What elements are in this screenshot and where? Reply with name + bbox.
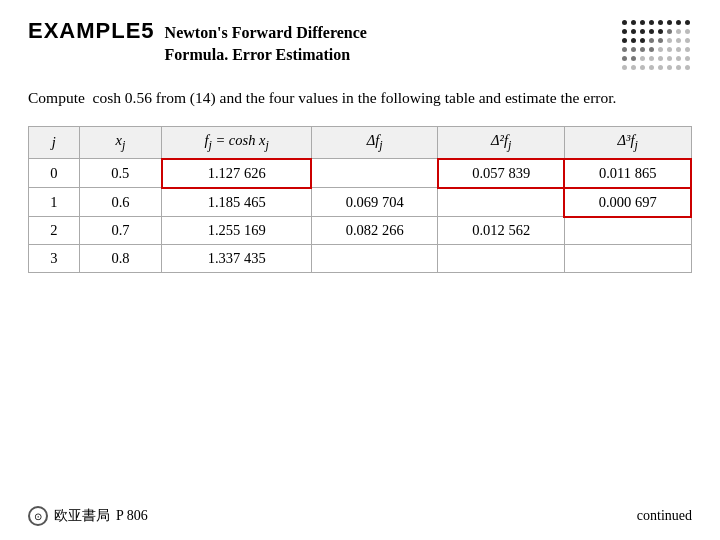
cell-xj-0: 0.5 [79, 159, 162, 188]
publisher-icon: ⊙ [28, 506, 48, 526]
cell-j-0: 0 [29, 159, 80, 188]
col-header-fj: fj = cosh xj [162, 127, 312, 159]
cell-j-3: 3 [29, 245, 80, 273]
cell-xj-3: 0.8 [79, 245, 162, 273]
table-container: j xj fj = cosh xj Δfj Δ²fj Δ³fj 0 0.5 1.… [28, 126, 692, 273]
cell-xj-1: 0.6 [79, 188, 162, 217]
example-title: EXAMPLE5 [28, 18, 155, 44]
publisher-name: 欧亚書局 [54, 507, 110, 525]
col-header-d3fj: Δ³fj [564, 127, 691, 159]
table-row: 0 0.5 1.127 626 0.057 839 0.011 865 [29, 159, 692, 188]
cell-d2fj-1 [438, 188, 565, 217]
cell-dfj-1: 0.069 704 [311, 188, 438, 217]
subtitle-line2: Formula. Error Estimation [165, 44, 367, 66]
col-header-j: j [29, 127, 80, 159]
subtitle-line1: Newton's Forward Difference [165, 22, 367, 44]
continued-label: continued [637, 508, 692, 524]
page-label: P 806 [116, 508, 148, 524]
header: EXAMPLE5 Newton's Forward Difference For… [28, 18, 692, 72]
body-text: Compute cosh 0.56 from (14) and the four… [28, 86, 692, 110]
cell-fj-3: 1.337 435 [162, 245, 312, 273]
cell-d2fj-3 [438, 245, 565, 273]
cell-d3fj-3 [564, 245, 691, 273]
cell-fj-2: 1.255 169 [162, 217, 312, 245]
footer-left: ⊙ 欧亚書局 P 806 [28, 506, 148, 526]
cell-j-1: 1 [29, 188, 80, 217]
cell-d3fj-2 [564, 217, 691, 245]
cell-d3fj-0: 0.011 865 [564, 159, 691, 188]
cell-fj-0: 1.127 626 [162, 159, 312, 188]
col-header-d2fj: Δ²fj [438, 127, 565, 159]
cell-xj-2: 0.7 [79, 217, 162, 245]
header-left: EXAMPLE5 Newton's Forward Difference For… [28, 18, 367, 65]
data-table: j xj fj = cosh xj Δfj Δ²fj Δ³fj 0 0.5 1.… [28, 126, 692, 273]
footer: ⊙ 欧亚書局 P 806 continued [28, 506, 692, 526]
cell-fj-1: 1.185 465 [162, 188, 312, 217]
header-subtitle: Newton's Forward Difference Formula. Err… [165, 22, 367, 65]
table-row: 1 0.6 1.185 465 0.069 704 0.000 697 [29, 188, 692, 217]
cell-dfj-0 [311, 159, 438, 188]
decorative-dot-grid [622, 20, 692, 72]
cell-d2fj-0: 0.057 839 [438, 159, 565, 188]
table-row: 3 0.8 1.337 435 [29, 245, 692, 273]
page: EXAMPLE5 Newton's Forward Difference For… [0, 0, 720, 540]
cell-dfj-3 [311, 245, 438, 273]
col-header-dfj: Δfj [311, 127, 438, 159]
cell-dfj-2: 0.082 266 [311, 217, 438, 245]
cell-j-2: 2 [29, 217, 80, 245]
cell-d2fj-2: 0.012 562 [438, 217, 565, 245]
col-header-xj: xj [79, 127, 162, 159]
table-row: 2 0.7 1.255 169 0.082 266 0.012 562 [29, 217, 692, 245]
cell-d4fj-0: 0.000 697 [564, 188, 691, 217]
